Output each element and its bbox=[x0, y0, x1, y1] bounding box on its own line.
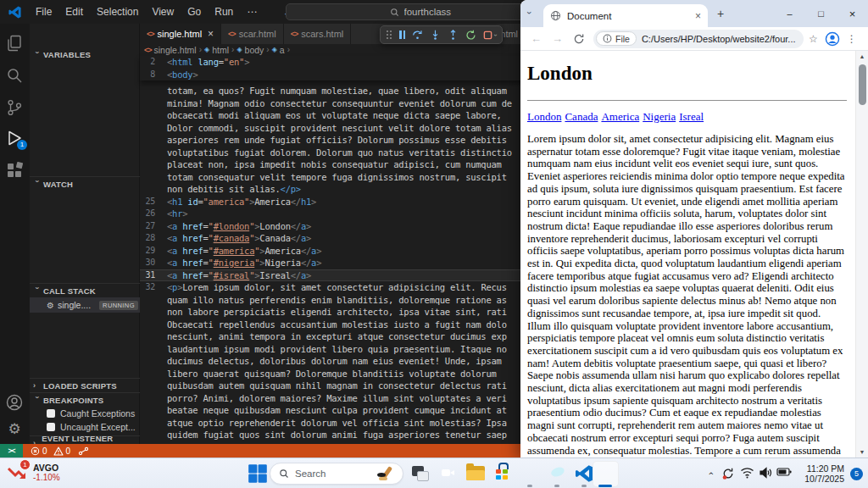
bookmark-star-icon[interactable]: ☆ bbox=[809, 33, 818, 45]
menu-item[interactable]: Run bbox=[208, 0, 240, 24]
forward-icon[interactable]: → bbox=[552, 32, 563, 45]
scroll-down-icon[interactable]: ▼ bbox=[856, 449, 868, 455]
battery-icon[interactable] bbox=[775, 467, 793, 480]
file-scheme-chip[interactable]: File bbox=[596, 31, 637, 46]
section-label: VARIABLES bbox=[43, 50, 91, 59]
task-view-icon[interactable] bbox=[411, 464, 431, 485]
tab-close-icon[interactable]: × bbox=[695, 10, 701, 22]
microsoft-store-icon[interactable] bbox=[492, 465, 513, 485]
file-explorer-icon[interactable] bbox=[465, 465, 486, 485]
page-link[interactable]: America bbox=[601, 110, 639, 123]
explorer-icon[interactable] bbox=[5, 34, 24, 53]
code-text: asperiores rem unde fugiat officiis? Dol… bbox=[167, 134, 507, 147]
minimize-button[interactable]: – bbox=[774, 8, 805, 19]
maximize-button[interactable]: □ bbox=[805, 8, 837, 19]
breakpoint-label: Caught Exceptions bbox=[60, 408, 135, 419]
close-window-button[interactable]: × bbox=[837, 8, 868, 20]
settings-gear-icon[interactable]: ⚙ bbox=[5, 420, 24, 439]
notification-badge[interactable]: 5 bbox=[850, 468, 863, 480]
vscode-taskbar-icon[interactable] bbox=[574, 463, 594, 484]
running-indicator bbox=[527, 485, 532, 487]
line-number: 26 bbox=[140, 208, 167, 220]
line-number: 32 bbox=[140, 281, 167, 294]
page-link[interactable]: Canada bbox=[565, 110, 598, 123]
problems-indicator[interactable]: 0 0 bbox=[31, 446, 70, 456]
breadcrumb-item[interactable]: ◈ body › bbox=[236, 45, 269, 55]
profile-avatar-icon[interactable] bbox=[825, 31, 840, 47]
step-over-icon[interactable] bbox=[412, 30, 423, 41]
account-icon[interactable] bbox=[5, 393, 24, 412]
reload-icon[interactable] bbox=[573, 33, 585, 45]
close-icon[interactable]: × bbox=[208, 28, 214, 40]
browser-tab[interactable]: Document × bbox=[543, 4, 708, 27]
editor-tab[interactable]: <> single.html × bbox=[140, 24, 221, 44]
taskbar-search[interactable]: Search bbox=[270, 463, 403, 485]
menu-item[interactable]: Edit bbox=[58, 0, 90, 24]
extensions-icon[interactable] bbox=[5, 161, 24, 180]
step-into-icon[interactable] bbox=[430, 30, 441, 41]
weather-stocks-widget[interactable]: 1 AVGO -1.10% bbox=[6, 462, 60, 484]
step-out-icon[interactable] bbox=[448, 30, 459, 41]
clock[interactable]: 11:20 PM 10/7/2025 bbox=[797, 463, 844, 485]
call-stack-session[interactable]: ⚙ single.... RUNNING bbox=[30, 297, 140, 313]
breakpoint-item[interactable]: Caught Exceptions bbox=[30, 407, 140, 420]
breadcrumb-item[interactable]: <> single.html › bbox=[144, 45, 202, 55]
scroll-up-icon[interactable]: ▲ bbox=[856, 53, 868, 59]
drag-handle-icon[interactable] bbox=[386, 30, 392, 40]
scrollbar-thumb[interactable] bbox=[859, 64, 866, 105]
chrome-active-icon[interactable] bbox=[596, 463, 616, 484]
search-sidebar-icon[interactable] bbox=[5, 66, 24, 85]
menu-item[interactable]: Go bbox=[181, 0, 208, 24]
chrome-icon[interactable] bbox=[520, 463, 540, 484]
section-loaded-scripts[interactable]: › LOADED SCRIPTS bbox=[30, 378, 140, 392]
code-text: Dolor commodi, suscipit provident nesciu… bbox=[167, 122, 512, 135]
section-call-stack[interactable]: › CALL STACK bbox=[30, 283, 140, 297]
section-breakpoints[interactable]: › BREAKPOINTS bbox=[30, 392, 140, 407]
menu-item[interactable]: ⋯ bbox=[240, 0, 264, 24]
back-icon[interactable]: ← bbox=[531, 32, 542, 45]
url-text[interactable]: C:/Users/HP/Desktop/website2/four... bbox=[642, 34, 796, 44]
editor-tab[interactable]: <> scars.html × bbox=[284, 24, 352, 44]
chevron-down-icon[interactable]: › bbox=[492, 34, 499, 36]
browser-menu-icon[interactable]: ⋮ bbox=[847, 33, 857, 45]
new-tab-icon[interactable]: + bbox=[717, 7, 724, 20]
source-control-icon[interactable] bbox=[5, 98, 24, 117]
address-bar[interactable]: File C:/Users/HP/Desktop/website2/four..… bbox=[593, 30, 804, 48]
edge-icon[interactable] bbox=[547, 463, 567, 484]
line-number bbox=[140, 171, 167, 184]
pause-icon[interactable] bbox=[399, 30, 405, 39]
tab-search-chevron-icon[interactable]: › bbox=[525, 11, 535, 14]
line-number: 27 bbox=[140, 220, 167, 233]
page-link[interactable]: Nigeria bbox=[643, 110, 676, 123]
breakpoint-item[interactable]: Uncaught Except... bbox=[30, 420, 140, 434]
search-input[interactable] bbox=[404, 7, 481, 17]
menu-item[interactable]: Selection bbox=[90, 0, 145, 24]
run-debug-icon[interactable]: 1 bbox=[5, 129, 24, 147]
restart-icon[interactable] bbox=[465, 30, 476, 41]
update-pending-icon[interactable] bbox=[719, 467, 737, 480]
checkbox[interactable] bbox=[47, 409, 55, 418]
tray-chevron-up-icon[interactable]: › bbox=[705, 465, 715, 482]
checkbox[interactable] bbox=[47, 423, 55, 431]
search-placeholder: Search bbox=[295, 469, 371, 479]
section-variables[interactable]: › VARIABLES bbox=[30, 47, 140, 62]
page-link[interactable]: Isreal bbox=[679, 110, 704, 123]
section-watch[interactable]: › WATCH bbox=[30, 176, 140, 191]
menu-item[interactable]: View bbox=[145, 0, 181, 24]
line-number bbox=[140, 122, 167, 135]
start-button-icon[interactable] bbox=[248, 463, 268, 484]
volume-icon[interactable] bbox=[756, 467, 775, 480]
remote-indicator[interactable]: >< bbox=[0, 444, 23, 458]
debug-port-indicator[interactable] bbox=[78, 446, 89, 456]
editor-tab[interactable]: <> scar.html × bbox=[221, 24, 284, 44]
menu-item[interactable]: File bbox=[29, 0, 58, 24]
browser-scrollbar[interactable]: ▲ ▼ bbox=[855, 51, 868, 458]
breadcrumb-item[interactable]: ◈ html › bbox=[204, 45, 234, 55]
code-text: minima! Magnam odio consectetur consequu… bbox=[167, 97, 512, 110]
wifi-icon[interactable] bbox=[737, 467, 756, 480]
breadcrumb-separator-icon: › bbox=[287, 45, 290, 54]
breadcrumb-item[interactable]: ◈ a › bbox=[272, 45, 290, 55]
symbol-icon: ◈ bbox=[204, 46, 209, 53]
page-link[interactable]: London bbox=[527, 110, 561, 123]
chat-icon[interactable] bbox=[438, 463, 459, 484]
